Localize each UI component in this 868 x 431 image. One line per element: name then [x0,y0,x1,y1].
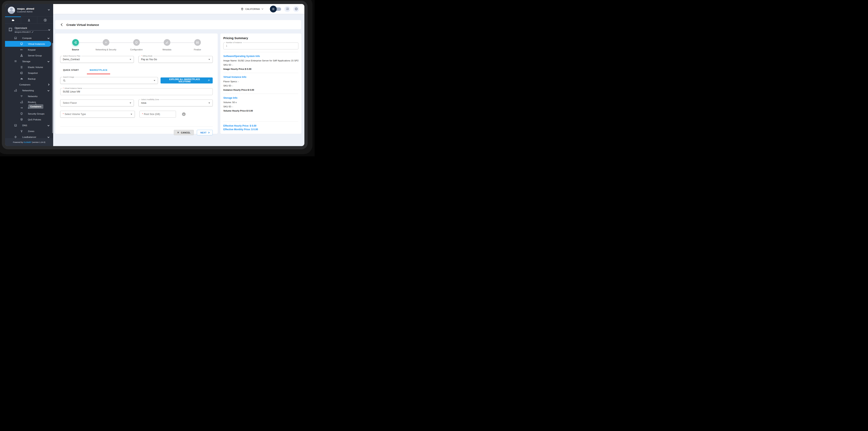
main-content: Create Virtual Instance Source Networkin… [53,14,304,146]
sidebar-item-compute[interactable]: Compute [5,35,53,41]
sidebar-item-keypair[interactable]: Keypair [5,47,53,53]
tab-users[interactable] [21,17,37,24]
language-button[interactable] [293,6,299,12]
pricing-section-os: Software/Operating System Info Image Nam… [223,55,298,70]
availability-zone-select[interactable]: Select Availibility Zone nova [138,99,213,106]
monitor-icon [20,42,23,45]
step-metadata[interactable]: Metadata [152,39,182,51]
volume-type-select[interactable]: * Select Volume Type [60,111,135,118]
instance-name-input[interactable] [63,90,210,93]
field-label: Search Image [62,76,75,78]
add-volume-button[interactable]: + [182,112,186,116]
instance-name-field[interactable]: * Virtual Instance Name [60,88,213,95]
project-title: Openstack [14,27,50,31]
sidebar-item-loadbalancer[interactable]: Loadbalancer [5,134,53,138]
snapshot-icon [20,71,23,74]
number-of-instance-field[interactable]: Number of Instance [223,42,298,49]
book-icon [286,7,289,11]
sidebar-item-routers[interactable]: Routers [5,99,53,105]
project-selector[interactable]: Openstack WAQAS-PROJECT [5,26,53,35]
user-menu[interactable]: waqas_ahmed Customer Admin [5,4,53,17]
sidebar-item-label: Networks [28,95,37,97]
dollar-icon [43,19,47,22]
search-image-select[interactable]: Search Image [60,77,158,84]
shield-icon [20,112,23,115]
field-label: Select Availibility Zone [141,98,160,101]
search-icon [63,79,66,82]
field-label: Number of Instance [225,41,243,44]
theme-toggle[interactable] [270,6,281,12]
chevron-right-icon [208,132,210,133]
step-networking-security[interactable]: Networking & Security [91,39,121,51]
step-source[interactable]: Source [60,39,91,51]
docs-button[interactable] [284,6,290,12]
sidebar-item-containers[interactable]: Containers [5,82,53,88]
region-selector[interactable]: CALIFORNIA [241,7,263,11]
sidebar-item-storage[interactable]: Storage [5,58,53,64]
pricing-summary-panel: Pricing Summary Number of Instance Softw… [220,33,301,134]
effective-prices: Effective Hourly Price: $ 0.00 Effective… [223,121,298,131]
sidebar-item-security-groups[interactable]: Security Groups [5,111,53,117]
sidebar-item-label: Compute [22,37,32,39]
explore-marketplace-button[interactable]: EXPLORE ALL MARKETPLACE SOLUTIONS [160,78,213,84]
cancel-button[interactable]: ✕ CANCEL [174,130,194,135]
close-icon: ✕ [177,131,179,134]
pencil-icon[interactable] [31,31,33,33]
billing-mode-select[interactable]: * Billing Mode Pay as You Go [138,56,213,63]
sidebar-item-backup[interactable]: Backup [5,76,53,82]
root-size-field[interactable]: * Root Size (GB) [140,111,176,118]
sidebar-item-dns[interactable]: DNS [5,122,53,128]
region-name: CALIFORNIA [245,8,260,10]
resource-plan-select[interactable]: Select Resource Plan Demo_Contract [60,56,134,63]
person-icon [27,19,31,22]
section-heading: Storage Info [223,96,298,99]
pricing-section-instance: Virtual Instance Info Flavor Specs: - SK… [223,75,298,91]
sidebar-item-virtual-instances[interactable]: Virtual Instances [5,41,51,47]
number-of-instance-input[interactable] [226,44,296,48]
cloud-icon [11,19,14,22]
sidebar-scrollbar[interactable] [52,43,53,133]
resource-plan-value: Demo_Contract [63,58,128,61]
sidebar-item-zones[interactable]: Zones [5,128,53,134]
back-icon[interactable] [61,23,64,26]
pricing-line: Flavor Specs: - [223,80,298,83]
next-button[interactable]: NEXT [197,130,213,135]
sidebar-item-networking[interactable]: Networking [5,88,53,93]
sidebar-item-networks[interactable]: Networks [5,93,53,99]
chevron-down-icon [261,8,263,9]
effective-hourly-price: Effective Hourly Price: $ 0.00 [223,124,298,128]
flavor-placeholder: Select Flavor [63,101,128,104]
root-size-placeholder: * Root Size (GB) [142,113,173,116]
sidebar-item-qos-policies[interactable]: QoS Policies [5,117,53,122]
sidebar-item-label: Virtual Instances [28,43,45,45]
step-finalize[interactable]: Finalize [182,39,213,51]
dropdown-caret-icon [154,80,155,81]
footer-brand-link[interactable]: CLOUD7 [24,141,31,143]
sidebar-item-snapshot[interactable]: Snapshot [5,70,53,76]
toggle-knob [270,6,277,12]
pricing-line-bold: Image Hourly Price:$ 0.00 [223,68,298,70]
chevron-down-icon[interactable] [48,9,50,11]
avatar [8,7,15,14]
sidebar-tabs [5,17,53,24]
stepper: Source Networking & Security Configurati… [60,39,213,51]
step-label: Source [72,49,79,51]
divider [223,94,298,94]
sidebar-item-label: Zones [28,130,34,132]
step-configuration[interactable]: Configuration [121,39,152,51]
tab-billing[interactable] [37,17,53,24]
location-pin-icon [241,7,244,11]
sidebar-footer: Powered by CLOUD7 (version 1.24.0) [5,138,53,146]
sidebar-nav: Openstack WAQAS-PROJECT Compute Virtual … [5,24,53,138]
pricing-line: SKU ID: - [223,85,298,87]
pricing-line: SKU ID: - [223,64,298,66]
flavor-select[interactable]: Select Flavor [60,99,134,106]
sidebar-item-elastic-volume[interactable]: Elastic Volume [5,64,53,70]
tab-quick-start[interactable]: QUICK START [60,68,82,74]
tab-marketplace[interactable]: MARKETPLACE [87,68,111,74]
sidebar-item-server-group[interactable]: Server Group [5,53,53,58]
step-label: Finalize [194,49,201,51]
chevron-down-icon [48,37,50,39]
tab-cloud[interactable] [5,17,21,24]
volume-list-icon [20,66,23,69]
